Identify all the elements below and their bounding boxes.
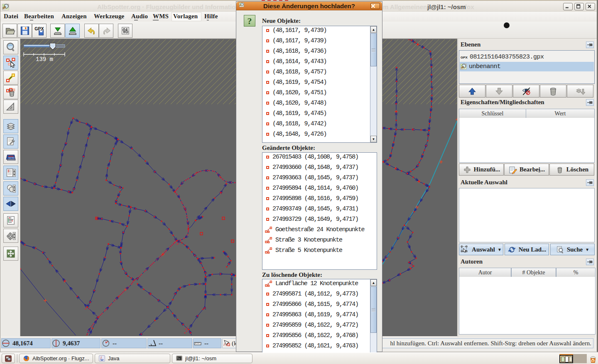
svg-text:WSTRU: WSTRU (8, 157, 15, 159)
svg-text:GPX: GPX (461, 56, 468, 59)
svg-text:GPX: GPX (34, 26, 44, 31)
svg-text:139 m: 139 m (36, 56, 53, 63)
